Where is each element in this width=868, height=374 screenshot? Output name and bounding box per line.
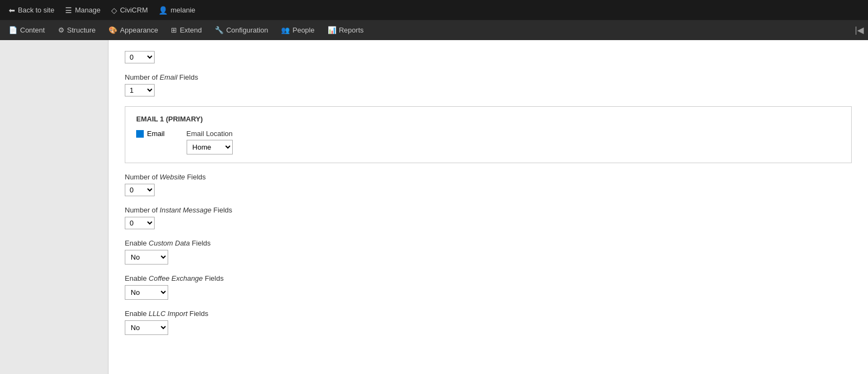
email-fields-select[interactable]: 0 1 2 3 4 5 <box>125 84 155 96</box>
email-location-select[interactable]: Home Work Other <box>187 140 233 154</box>
nav-appearance[interactable]: 🎨 Appearance <box>102 20 164 40</box>
user-label: melanie <box>170 6 195 14</box>
custom-data-label: Enable Custom Data Fields <box>125 239 852 247</box>
back-to-site-link[interactable]: ⬅ Back to site <box>4 0 59 20</box>
phone-fields-select[interactable]: 0 1 2 3 4 5 <box>125 51 155 63</box>
nav-people[interactable]: 👥 People <box>275 20 321 40</box>
custom-data-group: Enable Custom Data Fields No Yes <box>125 239 852 265</box>
nav-end-icon: |◀ <box>855 25 864 35</box>
civicrm-label: CiviCRM <box>120 6 148 14</box>
email-location-label: Email Location <box>187 130 233 138</box>
user-link[interactable]: 👤 melanie <box>154 0 200 20</box>
email-checkbox[interactable] <box>136 130 144 138</box>
lllc-import-group: Enable LLLC Import Fields No Yes <box>125 309 852 335</box>
nav-extend[interactable]: ⊞ Extend <box>164 20 208 40</box>
people-icon: 👥 <box>281 26 290 34</box>
phone-fields-group: 0 1 2 3 4 5 <box>125 51 852 63</box>
nav-extend-label: Extend <box>180 26 201 34</box>
nav-configuration[interactable]: 🔧 Configuration <box>208 20 275 40</box>
nav-structure[interactable]: ⚙ Structure <box>52 20 103 40</box>
coffee-exchange-select[interactable]: No Yes <box>125 285 168 300</box>
configuration-icon: 🔧 <box>215 26 224 34</box>
email-fields-label: Number of Email Fields <box>125 73 852 81</box>
coffee-exchange-label: Enable Coffee Exchange Fields <box>125 274 852 282</box>
lllc-import-label: Enable LLLC Import Fields <box>125 309 852 318</box>
nav-reports-label: Reports <box>339 26 364 34</box>
email-checkbox-group: Email <box>136 130 165 138</box>
civicrm-icon: ◇ <box>111 6 117 15</box>
website-fields-select[interactable]: 0 1 2 3 4 5 <box>125 184 155 196</box>
back-arrow-icon: ⬅ <box>9 6 15 15</box>
nav-content[interactable]: 📄 Content <box>2 20 52 40</box>
im-fields-select[interactable]: 0 1 2 3 4 5 <box>125 217 155 229</box>
email-fields-group: Number of Email Fields 0 1 2 3 4 5 <box>125 73 852 96</box>
content-icon: 📄 <box>9 26 17 34</box>
appearance-icon: 🎨 <box>108 26 117 34</box>
email-primary-box: EMAIL 1 (PRIMARY) Email Email Location H… <box>125 106 852 163</box>
lllc-import-select[interactable]: No Yes <box>125 320 168 335</box>
manage-link[interactable]: ☰ Manage <box>61 0 105 20</box>
website-fields-label: Number of Website Fields <box>125 173 852 181</box>
email-box-title: EMAIL 1 (PRIMARY) <box>136 115 840 123</box>
extend-icon: ⊞ <box>171 26 177 34</box>
manage-label: Manage <box>75 6 100 14</box>
nav-reports[interactable]: 📊 Reports <box>321 20 371 40</box>
nav-configuration-label: Configuration <box>226 26 268 34</box>
email-location-group: Email Location Home Work Other <box>187 130 233 154</box>
nav-people-label: People <box>292 26 314 34</box>
sidebar <box>0 40 108 374</box>
im-fields-group: Number of Instant Message Fields 0 1 2 3… <box>125 206 852 229</box>
civicrm-link[interactable]: ◇ CiviCRM <box>107 0 152 20</box>
main-nav: 📄 Content ⚙ Structure 🎨 Appearance ⊞ Ext… <box>0 20 868 40</box>
user-icon: 👤 <box>158 6 168 15</box>
custom-data-select[interactable]: No Yes <box>125 250 168 265</box>
nav-structure-label: Structure <box>67 26 96 34</box>
main-content: 0 1 2 3 4 5 Number of Email Fields 0 1 2… <box>108 40 868 374</box>
nav-appearance-label: Appearance <box>120 26 158 34</box>
email-field-label: Email <box>147 130 165 138</box>
back-to-site-label: Back to site <box>18 6 54 14</box>
website-fields-group: Number of Website Fields 0 1 2 3 4 5 <box>125 173 852 196</box>
im-fields-label: Number of Instant Message Fields <box>125 206 852 214</box>
reports-icon: 📊 <box>328 26 336 34</box>
nav-content-label: Content <box>20 26 45 34</box>
email-box-row: Email Email Location Home Work Other <box>136 130 840 154</box>
coffee-exchange-group: Enable Coffee Exchange Fields No Yes <box>125 274 852 300</box>
nav-right-area: |◀ <box>855 25 868 35</box>
page-wrapper: 0 1 2 3 4 5 Number of Email Fields 0 1 2… <box>0 40 868 374</box>
structure-icon: ⚙ <box>58 26 65 34</box>
admin-bar: ⬅ Back to site ☰ Manage ◇ CiviCRM 👤 mela… <box>0 0 868 20</box>
hamburger-icon: ☰ <box>65 6 72 15</box>
